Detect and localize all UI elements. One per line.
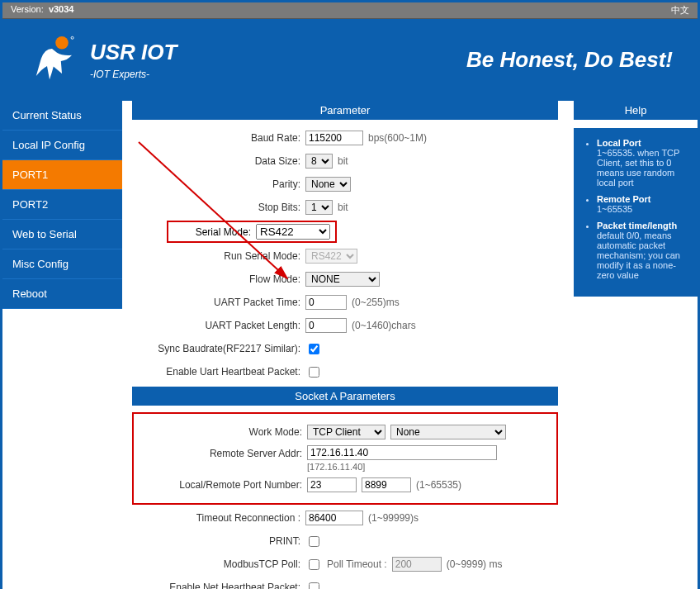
pktlen-label: UART Packet Length:	[132, 320, 305, 331]
sidebar-item-port2[interactable]: PORT2	[2, 190, 122, 220]
flowmode-select[interactable]: NONE	[305, 272, 380, 287]
timeout-unit: (1~99999)s	[368, 512, 419, 524]
modbus-label: ModbusTCP Poll:	[132, 558, 305, 570]
svg-point-1	[71, 36, 73, 39]
syncbaud-label: Sync Baudrate(RF2217 Similar):	[132, 343, 305, 354]
baud-label: Baud Rate:	[132, 132, 305, 144]
uarthb-label: Enable Uart Heartbeat Packet:	[132, 366, 305, 378]
parity-label: Parity:	[132, 178, 305, 190]
baud-input[interactable]	[305, 131, 363, 145]
version-value: v3034	[49, 4, 74, 14]
pkttime-label: UART Packet Time:	[132, 297, 305, 308]
brand-title: USR IOT	[90, 40, 177, 65]
sidebar-item-port1[interactable]: PORT1	[2, 160, 122, 190]
stopbits-select[interactable]: 1	[305, 200, 333, 215]
nethb-checkbox[interactable]	[309, 582, 319, 590]
help-item: Local Port1~65535. when TCP Client, set …	[597, 138, 688, 188]
sidebar-item-misc[interactable]: Misc Config	[2, 249, 122, 279]
socket-highlight-box: Work Mode: TCP Client None Remote Server…	[132, 412, 558, 505]
header: USR IOT -IOT Experts- Be Honest, Do Best…	[2, 19, 698, 101]
stopbits-label: Stop Bits:	[132, 202, 305, 213]
sidebar: Current Status Local IP Config PORT1 POR…	[2, 101, 122, 589]
brand-slogan: Be Honest, Do Best!	[466, 47, 673, 73]
brand-logo-icon	[27, 34, 77, 86]
nethb-label: Enable Net Heartbeat Packet:	[132, 582, 305, 589]
help-panel: Help Local Port1~65535. when TCP Client,…	[574, 101, 698, 589]
pktlen-unit: (0~1460)chars	[352, 320, 416, 331]
sidebar-item-current-status[interactable]: Current Status	[2, 101, 122, 131]
parity-select[interactable]: None	[305, 177, 351, 192]
content: Parameter Baud Rate: bps(600~1M) Data Si…	[122, 101, 574, 589]
flowmode-label: Flow Mode:	[132, 273, 305, 285]
poll-label: Poll Timeout :	[327, 558, 387, 570]
datasize-select[interactable]: 8	[305, 154, 333, 169]
pktlen-input[interactable]	[305, 318, 347, 333]
serialmode-label: Serial Mode:	[173, 226, 256, 238]
serialmode-select[interactable]: RS422	[256, 224, 330, 240]
local-port-input[interactable]	[307, 477, 357, 492]
workmode-label: Work Mode:	[134, 426, 307, 438]
poll-unit: (0~9999) ms	[447, 558, 503, 570]
runserial-select: RS422	[305, 249, 357, 264]
version-bar: Version: v3034 中文	[2, 2, 698, 19]
timeout-input[interactable]	[305, 511, 363, 525]
remote-resolved: [172.16.11.40]	[307, 462, 365, 472]
workmode-select[interactable]: TCP Client	[307, 425, 385, 439]
pkttime-input[interactable]	[305, 295, 347, 310]
baud-unit: bps(600~1M)	[368, 132, 427, 144]
timeout-label: Timeout Reconnection :	[132, 512, 305, 524]
ports-unit: (1~65535)	[416, 479, 461, 491]
help-item: Packet time/lengthdefault 0/0, means aut…	[597, 221, 688, 280]
help-title: Help	[574, 101, 698, 120]
help-item: Remote Port1~65535	[597, 194, 688, 214]
sidebar-item-web-to-serial[interactable]: Web to Serial	[2, 220, 122, 249]
version-label: Version:	[11, 4, 44, 14]
workmode-select2[interactable]: None	[390, 425, 506, 439]
poll-input	[392, 557, 442, 572]
sidebar-item-reboot[interactable]: Reboot	[2, 279, 122, 309]
uarthb-checkbox[interactable]	[309, 367, 319, 378]
syncbaud-checkbox[interactable]	[309, 344, 319, 354]
parameter-title: Parameter	[132, 101, 558, 120]
brand-subtitle: -IOT Experts-	[90, 69, 177, 80]
print-checkbox[interactable]	[309, 536, 319, 547]
runserial-label: Run Serial Mode:	[132, 250, 305, 262]
ports-label: Local/Remote Port Number:	[134, 479, 307, 491]
svg-point-0	[55, 36, 69, 50]
remote-port-input[interactable]	[362, 477, 411, 492]
stopbits-unit: bit	[338, 202, 348, 213]
pkttime-unit: (0~255)ms	[352, 297, 400, 308]
datasize-unit: bit	[338, 155, 348, 167]
remote-label: Remote Server Addr:	[134, 445, 307, 459]
datasize-label: Data Size:	[132, 155, 305, 167]
remote-input[interactable]	[307, 445, 497, 460]
sidebar-item-local-ip[interactable]: Local IP Config	[2, 131, 122, 160]
modbus-checkbox[interactable]	[309, 559, 319, 570]
socket-title: Socket A Parameters	[132, 387, 558, 406]
print-label: PRINT:	[132, 535, 305, 547]
lang-switch[interactable]: 中文	[671, 4, 689, 17]
